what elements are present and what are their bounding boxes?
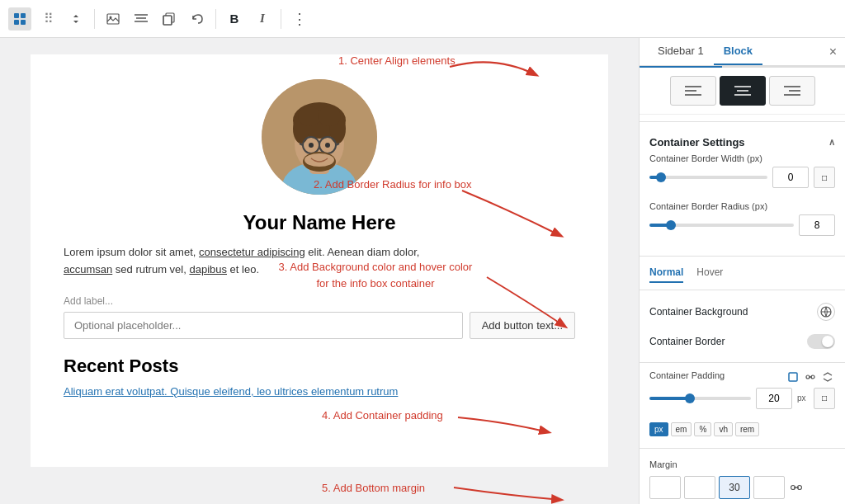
undo-icon[interactable] <box>186 7 209 31</box>
drag-icon[interactable]: ⠿ <box>36 7 59 31</box>
body-text: Lorem ipsum dolor sit amet, consectetur … <box>64 244 575 279</box>
divider-states <box>640 290 845 290</box>
align-right-button[interactable] <box>769 76 815 106</box>
padding-thumb[interactable] <box>685 393 695 403</box>
unit-vh[interactable]: vh <box>714 422 733 436</box>
unit-row: px em % vh rem <box>640 422 845 441</box>
container-border-label: Container Border <box>649 336 725 347</box>
border-radius-input[interactable]: 8 <box>799 214 835 236</box>
margin-section: Margin 30 <box>640 455 845 504</box>
padding-label: Container Padding <box>649 370 725 380</box>
unit-rem[interactable]: rem <box>735 422 759 436</box>
divider-toggle <box>640 362 845 363</box>
svg-rect-0 <box>14 13 19 18</box>
padding-icons <box>786 370 835 384</box>
border-radius-group: Container Border Radius (px) 8 <box>640 201 845 243</box>
editor-canvas: Your Name Here Lorem ipsum dolor sit ame… <box>31 54 608 467</box>
svg-rect-41 <box>789 373 797 381</box>
svg-point-42 <box>806 375 810 379</box>
margin-bottom[interactable]: 30 <box>719 476 750 499</box>
border-radius-label: Container Border Radius (px) <box>649 201 835 211</box>
image-icon[interactable] <box>101 7 125 31</box>
unit-px[interactable]: px <box>649 422 668 436</box>
align-left-button[interactable] <box>670 76 716 106</box>
recent-posts-link[interactable]: Aliquam erat volutpat. Quisque eleifend,… <box>64 385 398 398</box>
padding-slider-row: 20 px □ <box>649 388 835 409</box>
more-options-icon[interactable]: ⋮ <box>288 7 311 31</box>
optional-placeholder-input[interactable] <box>64 312 463 339</box>
chevron-up-icon[interactable]: ∧ <box>828 137 835 148</box>
globe-icon[interactable] <box>817 303 835 321</box>
tab-sidebar1[interactable]: Sidebar 1 <box>648 38 714 65</box>
margin-inputs: 30 <box>649 476 835 499</box>
padding-slider[interactable] <box>649 397 751 400</box>
annotation-5: 5. Add Bottom margin <box>322 482 425 494</box>
unit-em[interactable]: em <box>671 422 692 436</box>
divider2 <box>215 9 216 29</box>
padding-top-icon[interactable] <box>786 370 800 384</box>
body-link2[interactable]: accumsan <box>64 263 112 276</box>
padding-group: Container Padding 20 <box>640 370 845 416</box>
margin-link-icon[interactable] <box>788 479 805 496</box>
divider1 <box>94 9 95 29</box>
editor-toolbar: ⠿ B I ⋮ <box>0 0 845 38</box>
sidebar-tabs: Sidebar 1 Block × <box>640 38 845 66</box>
svg-point-29 <box>304 153 334 167</box>
padding-unit-label: px <box>797 393 809 403</box>
profile-image <box>262 79 377 195</box>
state-normal[interactable]: Normal <box>649 266 683 283</box>
divider-align <box>640 121 845 122</box>
margin-label: Margin <box>649 459 677 469</box>
add-button-text[interactable]: Add button text... <box>470 312 575 339</box>
svg-point-20 <box>318 106 341 126</box>
tab-block[interactable]: Block <box>714 38 762 65</box>
divider3 <box>281 9 281 29</box>
svg-rect-3 <box>21 20 26 25</box>
container-settings-header: Container Settings ∧ <box>640 128 845 153</box>
svg-point-19 <box>298 106 321 126</box>
container-background-label: Container Background <box>649 306 748 318</box>
padding-link-icon[interactable] <box>803 370 818 384</box>
svg-rect-2 <box>14 20 19 25</box>
border-radius-thumb[interactable] <box>666 220 676 230</box>
align-center-button[interactable] <box>720 76 766 106</box>
border-radius-slider[interactable] <box>649 224 794 227</box>
add-label: Add label... <box>64 295 575 307</box>
copy-icon[interactable] <box>158 7 181 31</box>
unit-percent[interactable]: % <box>694 422 711 436</box>
body-link3[interactable]: dapibus <box>189 263 227 276</box>
state-hover[interactable]: Hover <box>696 266 723 283</box>
divider-border <box>640 256 845 257</box>
border-width-group: Container Border Width (px) 0 □ <box>640 153 845 195</box>
margin-right[interactable] <box>684 476 715 499</box>
body-link1[interactable]: consectetur adipiscing <box>199 246 305 258</box>
svg-rect-10 <box>163 16 172 25</box>
container-settings-label: Container Settings <box>649 136 745 148</box>
up-down-icon[interactable] <box>64 7 87 31</box>
main-area: Your Name Here Lorem ipsum dolor sit ame… <box>0 38 845 504</box>
profile-image-container <box>64 79 575 195</box>
italic-icon[interactable]: I <box>251 7 274 31</box>
margin-left[interactable] <box>753 476 785 499</box>
bold-icon[interactable]: B <box>223 7 246 31</box>
svg-point-26 <box>309 143 314 148</box>
close-icon[interactable]: × <box>829 45 837 59</box>
border-width-input[interactable]: 0 <box>772 167 809 188</box>
alignment-buttons-row <box>640 68 845 115</box>
recent-posts-title: Recent Posts <box>64 356 575 377</box>
margin-top[interactable] <box>649 476 681 499</box>
border-width-thumb[interactable] <box>656 172 666 182</box>
container-background-row: Container Background <box>640 296 845 327</box>
svg-rect-1 <box>21 13 26 18</box>
padding-link-toggle[interactable]: □ <box>814 388 835 409</box>
border-width-slider[interactable] <box>649 176 767 179</box>
padding-expand-icon[interactable] <box>820 370 835 384</box>
state-tabs: Normal Hover <box>640 263 845 283</box>
border-width-unit[interactable]: □ <box>814 167 835 188</box>
input-row: Add button text... <box>64 312 575 339</box>
border-toggle[interactable] <box>807 334 835 349</box>
block-icon[interactable] <box>8 7 31 31</box>
border-width-slider-row: 0 □ <box>649 167 835 188</box>
align-center-icon[interactable] <box>130 7 153 31</box>
padding-input[interactable]: 20 <box>756 388 792 409</box>
